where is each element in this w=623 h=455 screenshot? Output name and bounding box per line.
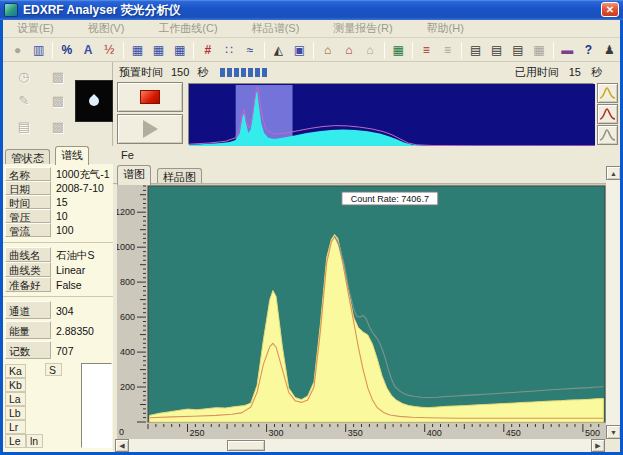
channel-label: 通道 — [5, 301, 51, 319]
chart-tabstrip: 谱图 样品图 — [113, 164, 606, 184]
start-button[interactable] — [117, 114, 183, 144]
prop-voltage-value: 10 — [56, 209, 112, 222]
list-settings-button[interactable]: ≡ — [416, 40, 437, 60]
analyzer-button[interactable]: ▦ — [388, 40, 409, 60]
home-disabled-button[interactable]: ⌂ — [359, 40, 380, 60]
clock-button[interactable]: ◷ — [11, 66, 37, 86]
home-button[interactable]: ⌂ — [317, 40, 338, 60]
svg-text:800: 800 — [120, 277, 135, 287]
line-row-le[interactable]: Le — [5, 434, 26, 448]
preview-chart[interactable] — [189, 84, 595, 146]
calibrate-button[interactable]: A — [77, 40, 98, 60]
app-icon — [4, 3, 18, 17]
curve-new-button[interactable]: ▦ — [127, 40, 148, 60]
prop-name-label: 名称 — [5, 167, 51, 181]
elapsed-group: 已用时间 15 秒 — [515, 65, 612, 80]
menu-help[interactable]: 帮助(H) — [417, 19, 474, 38]
line-row-ka[interactable]: Ka — [5, 364, 26, 378]
divider — [3, 296, 113, 297]
toolbar-separator — [461, 42, 462, 59]
tab-spectrum-chart[interactable]: 谱图 — [117, 165, 151, 185]
curve-delete-button[interactable]: ▦ — [148, 40, 169, 60]
line-row-lb[interactable]: Lb — [5, 406, 26, 420]
calculator-button[interactable]: ▦ — [528, 40, 549, 60]
energy-label: 能量 — [5, 321, 51, 339]
pan-button[interactable]: ▣ — [289, 40, 310, 60]
home-disabled-icon: ⌂ — [366, 44, 373, 56]
main-spectrum-chart[interactable]: 200400600800100012002503003504004505000C… — [117, 184, 606, 440]
menu-measure-report[interactable]: 测量报告(R) — [323, 19, 402, 38]
tube-control-2-button[interactable]: ▩ — [45, 90, 71, 110]
scale-linear-button[interactable] — [597, 83, 618, 103]
tab-spectral-lines[interactable]: 谱线 — [55, 146, 89, 165]
percent-button[interactable]: % — [56, 40, 77, 60]
element-field[interactable]: Fe — [121, 149, 134, 161]
line-row-la[interactable]: La — [5, 392, 26, 406]
print-setup-button[interactable]: ▤ — [486, 40, 507, 60]
curve-type-label: 曲线类型 — [5, 262, 51, 277]
menu-sample-spectrum[interactable]: 样品谱(S) — [242, 19, 310, 38]
line-row-kb[interactable]: Kb — [5, 378, 26, 392]
tab-tube-status[interactable]: 管状态 — [5, 149, 50, 164]
prop-date-label: 日期 — [5, 181, 51, 195]
menu-working-curve[interactable]: 工作曲线(C) — [148, 19, 227, 38]
fraction-button[interactable]: ½ — [99, 40, 120, 60]
spectrum-window-button[interactable]: ≈ — [240, 40, 261, 60]
print-preview-button[interactable]: ▤ — [507, 40, 528, 60]
stop-button[interactable] — [117, 82, 183, 112]
line-listbox[interactable] — [81, 363, 112, 448]
crosshair-button[interactable]: # — [197, 40, 218, 60]
help-icon: ? — [585, 44, 592, 56]
scroll-right-button[interactable]: ▶ — [591, 439, 605, 452]
scroll-left-button[interactable]: ◀ — [115, 439, 129, 452]
svg-text:250: 250 — [190, 428, 205, 438]
home-alt-button[interactable]: ⌂ — [338, 40, 359, 60]
element-strip: Fe — [113, 146, 607, 164]
list-alt-button[interactable]: ≡ — [437, 40, 458, 60]
curve-save-button[interactable]: ▦ — [169, 40, 190, 60]
preset-time-label: 预置时间 — [119, 65, 163, 80]
curve-ready-value: False — [56, 278, 112, 291]
menu-settings[interactable]: 设置(E) — [7, 19, 64, 38]
counts-label: 记数 — [5, 341, 51, 359]
tube-control-3-icon: ▩ — [52, 119, 64, 134]
mirror-button[interactable]: ◭ — [268, 40, 289, 60]
menu-view[interactable]: 视图(V) — [78, 19, 135, 38]
list-alt-icon: ≡ — [444, 44, 451, 56]
energy-value: 2.88350 — [56, 324, 112, 337]
smooth-button[interactable]: ∷ — [218, 40, 239, 60]
curve-new-icon: ▦ — [132, 44, 143, 56]
edit-button[interactable]: ✎ — [11, 90, 37, 110]
help-button[interactable]: ? — [578, 40, 599, 60]
curve-name-label: 曲线名称 — [5, 247, 51, 262]
xray-source-button[interactable]: ● — [7, 40, 28, 60]
scroll-down-button[interactable]: ▼ — [606, 425, 621, 439]
svg-text:200: 200 — [120, 382, 135, 392]
line-row-lr[interactable]: Lr — [5, 420, 26, 434]
print-button[interactable]: ▤ — [465, 40, 486, 60]
titlebar[interactable]: EDXRF Analyser 荧光分析仪 ✕ — [0, 0, 623, 20]
close-button[interactable]: ✕ — [601, 2, 619, 17]
book-button[interactable]: ▬ — [557, 40, 578, 60]
tube-control-2-icon: ▩ — [52, 93, 64, 108]
scroll-up-button[interactable]: ▲ — [606, 166, 621, 180]
progress-block — [248, 68, 253, 77]
curve-type-value: Linear — [56, 263, 112, 276]
vertical-scrollbar[interactable]: ▲ ▼ — [606, 166, 621, 439]
spectrum-preview[interactable] — [188, 83, 594, 145]
list-settings-icon: ≡ — [423, 44, 430, 56]
document-button[interactable]: ▤ — [11, 116, 37, 136]
tube-control-1-button[interactable]: ▩ — [45, 66, 71, 86]
exit-button[interactable]: ♟ — [599, 40, 620, 60]
curve-save-icon: ▦ — [174, 44, 185, 56]
horizontal-scrollbar[interactable]: ◀ ▶ — [115, 439, 605, 452]
tab-sample-chart[interactable]: 样品图 — [157, 168, 202, 183]
elapsed-time-label: 已用时间 — [515, 65, 559, 80]
tube-control-3-button[interactable]: ▩ — [45, 116, 71, 136]
xray-source-icon: ● — [14, 44, 21, 56]
scale-auto-button[interactable] — [597, 125, 618, 145]
scrollbar-thumb[interactable] — [227, 440, 265, 451]
progress-blocks — [220, 68, 267, 77]
scale-log-button[interactable] — [597, 104, 618, 124]
film-button[interactable]: ▥ — [28, 40, 49, 60]
